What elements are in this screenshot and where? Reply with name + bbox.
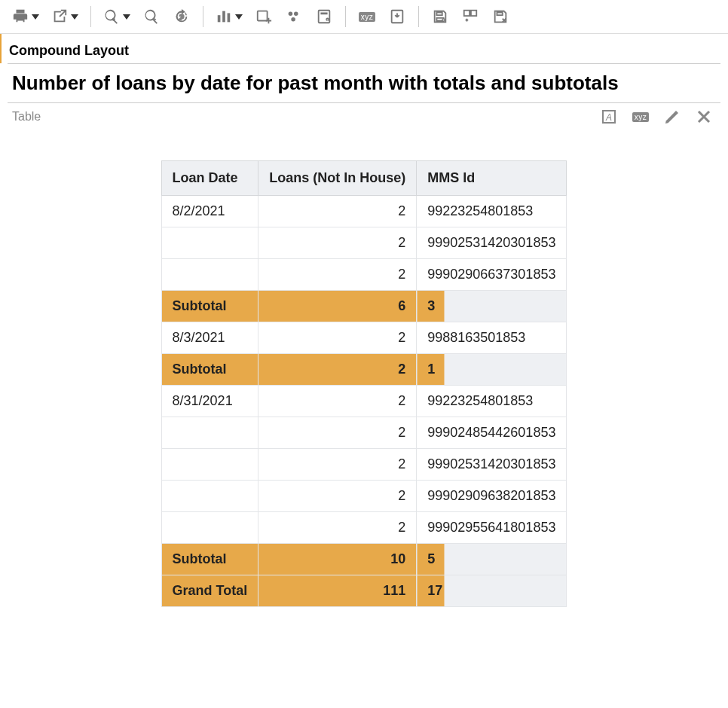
svg-point-0 (112, 18, 115, 21)
report-title: Number of loans by date for past month w… (12, 72, 716, 95)
mms-id-cell: 99902909638201853 (417, 481, 567, 512)
mms-id-cell: 99223254801853 (417, 196, 567, 227)
loans-cell: 2 (258, 322, 417, 354)
loans-cell: 2 (258, 512, 417, 544)
subtotal-row: Subtotal63 (161, 291, 567, 322)
toolbar-separator (418, 6, 419, 27)
view-name: Table (12, 110, 597, 124)
find-button[interactable] (99, 5, 135, 29)
svg-text:+: + (442, 18, 445, 22)
svg-point-6 (294, 12, 298, 16)
subtotal-row: Grand Total11117 (161, 575, 567, 607)
edit-icon[interactable] (660, 106, 684, 127)
toolbar-separator (203, 6, 203, 27)
add-view-button[interactable] (250, 5, 277, 29)
loans-cell: 2 (258, 259, 417, 291)
loan-date-cell (161, 449, 258, 481)
calc-button[interactable]: + (310, 5, 338, 29)
subtotal-row: Subtotal21 (161, 354, 567, 386)
table-row: 299902531420301853 (161, 227, 567, 259)
loan-date-cell (161, 259, 258, 291)
delete-button[interactable] (487, 5, 514, 29)
mms-id-cell: 17 (417, 575, 567, 607)
svg-rect-3 (228, 13, 231, 22)
svg-text:A: A (605, 112, 612, 123)
loan-date-cell: Subtotal (161, 354, 258, 386)
loans-cell: 2 (258, 196, 417, 227)
subtotal-row: Subtotal105 (161, 544, 567, 575)
svg-rect-2 (222, 11, 225, 23)
loans-cell: 10 (258, 544, 417, 575)
loans-cell: 2 (258, 449, 417, 481)
table-row: 8/3/202129988163501853 (161, 322, 567, 354)
loan-date-cell: 8/3/2021 (161, 322, 258, 354)
mms-id-cell: 3 (417, 291, 567, 322)
loans-table: Loan DateLoans (Not In House)MMS Id 8/2/… (161, 160, 567, 607)
toolbar-separator (345, 6, 346, 27)
caret-down-icon (71, 14, 78, 20)
saveas-button[interactable] (457, 5, 484, 29)
loans-cell: 111 (258, 575, 417, 607)
import-button[interactable] (384, 5, 411, 29)
chart-button[interactable] (211, 5, 247, 29)
loans-cell: 2 (258, 227, 417, 259)
svg-point-5 (289, 12, 293, 16)
svg-rect-9 (320, 13, 327, 15)
view-icon-bar: Axyz (597, 106, 716, 127)
table-container: Loan DateLoans (Not In House)MMS Id 8/2/… (8, 160, 720, 607)
svg-rect-1 (218, 15, 221, 22)
mms-id-cell: 99902531420301853 (417, 449, 567, 481)
table-row: 299902955641801853 (161, 512, 567, 544)
loan-date-cell: Grand Total (161, 575, 258, 607)
loan-date-cell: 8/2/2021 (161, 196, 258, 227)
caret-down-icon (32, 14, 39, 20)
table-row: 8/31/2021299223254801853 (161, 386, 567, 417)
svg-rect-4 (258, 11, 268, 21)
loans-cell: 6 (258, 291, 417, 322)
view-header: Table Axyz (8, 102, 720, 130)
loans-cell: 2 (258, 354, 417, 386)
refresh-button[interactable] (168, 5, 195, 29)
compound-layout-label: Compound Layout (0, 34, 728, 63)
save-button[interactable]: + (427, 5, 454, 29)
mms-id-cell: 99902531420301853 (417, 227, 567, 259)
table-row: 299902485442601853 (161, 417, 567, 449)
column-header[interactable]: MMS Id (417, 161, 567, 196)
table-row: 299902531420301853 (161, 449, 567, 481)
mms-id-cell: 99902955641801853 (417, 512, 567, 544)
table-row: 8/2/2021299223254801853 (161, 196, 567, 227)
loan-date-cell (161, 512, 258, 544)
svg-rect-15 (464, 11, 470, 16)
related-button[interactable] (280, 5, 307, 29)
mms-id-cell: 5 (417, 544, 567, 575)
loan-date-cell: 8/31/2021 (161, 386, 258, 417)
svg-text:+: + (326, 18, 329, 22)
main-toolbar: +xyz+ (0, 0, 728, 34)
xyz-icon[interactable]: xyz (629, 106, 653, 127)
caret-down-icon (123, 14, 130, 20)
mms-id-cell: 1 (417, 354, 567, 386)
loan-date-cell: Subtotal (161, 291, 258, 322)
caret-down-icon (235, 14, 243, 20)
title-block: Number of loans by date for past month w… (8, 63, 720, 102)
mms-id-cell: 9988163501853 (417, 322, 567, 354)
column-header[interactable]: Loan Date (161, 161, 258, 196)
column-header[interactable]: Loans (Not In House) (258, 161, 417, 196)
close-icon[interactable] (692, 106, 716, 127)
svg-point-7 (291, 17, 295, 21)
format-icon[interactable]: A (597, 106, 621, 127)
loans-cell: 2 (258, 386, 417, 417)
table-row: 299902909638201853 (161, 481, 567, 512)
mms-id-cell: 99902485442601853 (417, 417, 567, 449)
loan-date-cell: Subtotal (161, 544, 258, 575)
export-button[interactable] (47, 5, 83, 29)
print-button[interactable] (8, 5, 44, 29)
toolbar-separator (90, 6, 91, 27)
mms-id-cell: 99223254801853 (417, 386, 567, 417)
find-gear-button[interactable] (138, 5, 165, 29)
loan-date-cell (161, 227, 258, 259)
mms-id-cell: 99902906637301853 (417, 259, 567, 291)
xyz-button[interactable]: xyz (353, 5, 381, 29)
loans-cell: 2 (258, 481, 417, 512)
table-row: 299902906637301853 (161, 259, 567, 291)
